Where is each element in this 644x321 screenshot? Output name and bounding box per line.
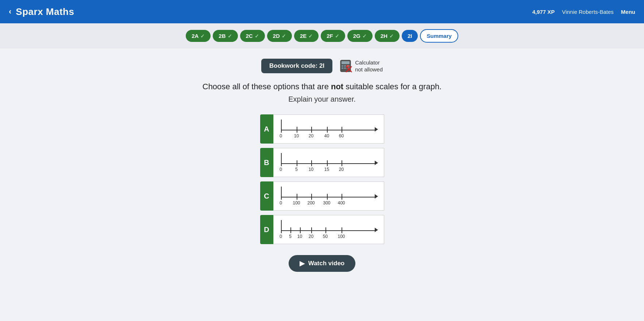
tab-summary[interactable]: Summary [420,29,458,43]
tab-2D-label: 2D [273,33,280,39]
tick-C300 [327,194,328,200]
brand-title: Sparx Maths [16,6,74,17]
tick-C400 [342,194,342,200]
tick-A40 [327,127,328,133]
question-bold: not [331,82,343,91]
bookwork-bar: Bookwork code: 2I [261,59,383,73]
tick-D10 [300,227,301,233]
label-D100: 100 [338,234,345,239]
svg-rect-1 [342,61,350,64]
options-container: A 0 10 20 40 60 [260,114,384,244]
tab-2I-label: 2I [408,33,412,39]
tab-2B-label: 2B [219,33,225,39]
tab-2A-label: 2A [192,33,198,39]
back-button[interactable]: ‹ [9,7,11,16]
label-B0: 0 [279,167,282,172]
tick-C100 [297,194,297,200]
svg-rect-5 [342,67,343,69]
option-C-scale: 0 100 200 300 400 [277,187,379,207]
tab-2A-check: ✓ [200,33,205,39]
question-text: Choose all of these options that are not… [203,82,441,91]
option-D-arrow [375,228,378,232]
tick-D0 [281,227,282,233]
svg-rect-2 [342,65,343,67]
tab-2F-check: ✓ [335,33,339,39]
tick-B15 [327,160,328,166]
option-A-row[interactable]: A 0 10 20 40 60 [260,114,384,144]
tab-2C-check: ✓ [255,33,259,39]
tick-C0 [281,194,282,200]
tab-2B-check: ✓ [228,33,232,39]
option-C-horizontal [281,197,376,197]
label-B15: 15 [324,167,329,172]
tick-D5 [290,227,291,233]
tick-D50 [325,227,326,233]
tab-2F-label: 2F [327,33,333,39]
option-A-scale: 0 10 20 40 60 [277,120,379,140]
calculator-line2: not allowed [355,66,383,73]
label-D50: 50 [323,234,328,239]
tab-2G-label: 2G [353,33,360,39]
option-D-label: D [260,215,273,244]
watch-video-button[interactable]: ▶ Watch video [289,255,356,272]
calculator-line1: Calculator [355,59,383,66]
tab-2C[interactable]: 2C ✓ [240,30,265,42]
label-D0: 0 [279,234,282,239]
option-B-row[interactable]: B 0 5 10 15 20 [260,148,384,177]
tick-A10 [297,127,297,133]
tab-2E-label: 2E [300,33,306,39]
option-B-graph: 0 5 10 15 20 [273,148,384,177]
xp-display: 4,977 XP [532,9,555,15]
label-A40: 40 [324,133,329,138]
calculator-text: Calculator not allowed [355,59,383,73]
option-A-graph: 0 10 20 40 60 [273,114,384,144]
label-A60: 60 [339,133,344,138]
option-C-graph: 0 100 200 300 400 [273,181,384,211]
tab-2F[interactable]: 2F ✓ [321,30,345,42]
label-C300: 300 [323,200,330,205]
label-D5: 5 [289,234,292,239]
option-B-scale: 0 5 10 15 20 [277,153,379,173]
tab-2C-label: 2C [246,33,253,39]
calculator-icon [339,59,352,73]
tab-2E[interactable]: 2E ✓ [294,30,319,42]
main-content: Bookwork code: 2I [0,48,644,321]
tab-summary-label: Summary [427,33,451,39]
tick-A60 [342,127,342,133]
user-name: Vinnie Roberts-Bates [562,9,613,15]
top-bar-left: ‹ Sparx Maths [9,6,74,17]
option-D-graph: 0 5 10 20 50 100 [273,215,384,244]
label-C400: 400 [338,200,345,205]
tab-2H[interactable]: 2H ✓ [375,30,400,42]
option-A-label: A [260,114,273,144]
label-C0: 0 [279,200,282,205]
tick-B0 [281,160,282,166]
svg-rect-3 [344,65,346,67]
label-A10: 10 [294,133,299,138]
option-B-horizontal [281,163,376,164]
tab-2D[interactable]: 2D ✓ [267,30,292,42]
svg-rect-4 [347,65,350,67]
option-B-label: B [260,148,273,177]
label-B5: 5 [295,167,298,172]
tick-C200 [311,194,312,200]
label-B10: 10 [309,167,313,172]
tick-D20 [311,227,312,233]
bookwork-code-badge: Bookwork code: 2I [261,59,332,73]
watch-video-label: Watch video [308,260,345,267]
tab-2A[interactable]: 2A ✓ [186,30,211,42]
explain-text: Explain your answer. [288,95,356,103]
tab-2B[interactable]: 2B ✓ [213,30,238,42]
tab-2G[interactable]: 2G ✓ [347,30,373,42]
label-B20: 20 [339,167,344,172]
option-A-arrow [375,127,378,132]
tick-D100 [342,227,342,233]
svg-rect-6 [344,67,346,69]
tab-2I[interactable]: 2I [402,30,418,42]
question-text-after: suitable scales for a graph. [343,82,441,91]
tab-2G-check: ✓ [362,33,367,39]
tab-navigation: 2A ✓ 2B ✓ 2C ✓ 2D ✓ 2E ✓ 2F ✓ 2G ✓ 2H ✓ … [0,23,644,48]
option-D-row[interactable]: D 0 5 10 20 50 100 [260,215,384,244]
menu-button[interactable]: Menu [621,9,635,15]
option-C-row[interactable]: C 0 100 200 300 400 [260,181,384,211]
